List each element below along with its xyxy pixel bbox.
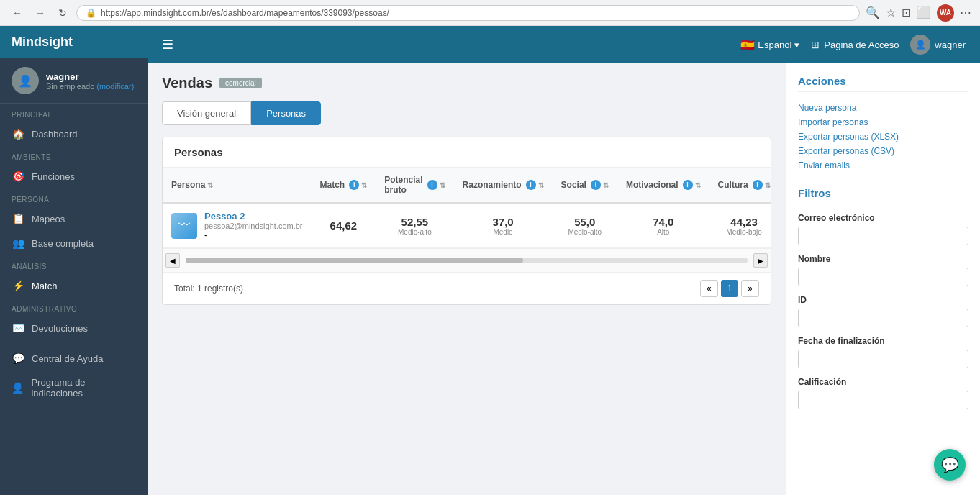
pagination-current[interactable]: 1	[721, 280, 739, 297]
table-footer: Total: 1 registro(s) « 1 »	[163, 272, 771, 304]
sidebar-item-funciones[interactable]: 🎯 Funciones	[0, 164, 148, 189]
star-icon[interactable]: ☆	[886, 6, 896, 19]
back-button[interactable]: ←	[9, 6, 26, 20]
motiv-info-icon[interactable]: i	[683, 180, 693, 190]
potencial-sort-icon: ⇅	[440, 181, 445, 189]
scroll-thumb	[186, 258, 523, 263]
modify-link[interactable]: (modificar)	[96, 82, 134, 91]
pagination-next[interactable]: »	[741, 280, 759, 297]
cultura-label: Medio-bajo	[718, 228, 771, 236]
devoluciones-icon: ✉️	[12, 322, 24, 334]
total-text: Total: 1 registro(s)	[174, 283, 243, 294]
sidebar-section-ambiente: Ambiente	[0, 146, 148, 164]
topbar-user[interactable]: 👤 wagner	[910, 35, 966, 55]
cultura-sort-icon: ⇅	[765, 181, 771, 189]
base-completa-icon: 👥	[12, 237, 24, 249]
exportar-csv-link[interactable]: Exportar personas (CSV)	[798, 144, 968, 158]
sidebar-item-mapeos[interactable]: 📋 Mapeos	[0, 206, 148, 231]
filter-input-correo[interactable]	[798, 227, 968, 245]
cultura-info-icon[interactable]: i	[753, 180, 763, 190]
browser-profile-avatar[interactable]: WA	[937, 4, 954, 22]
url-text: https://app.mindsight.com.br/es/dashboar…	[101, 8, 389, 18]
acciones-section: Acciones Nueva persona Importar personas…	[798, 75, 968, 173]
social-sort-icon: ⇅	[603, 181, 609, 189]
sidebar-item-devoluciones[interactable]: ✉️ Devoluciones	[0, 316, 148, 340]
person-name[interactable]: Pessoa 2	[204, 211, 303, 222]
social-info-icon[interactable]: i	[591, 180, 601, 190]
potencial-info-icon[interactable]: i	[427, 180, 437, 190]
sidebar-item-label: Central de Ayuda	[32, 353, 104, 364]
importar-personas-link[interactable]: Importar personas	[798, 115, 968, 130]
table-row: 〰 Pessoa 2 pessoa2@mindsight.com.br -	[163, 203, 771, 248]
zoom-icon[interactable]: 🔍	[866, 6, 880, 19]
pagination-prev[interactable]: «	[700, 280, 718, 297]
dashboard-icon: 🏠	[12, 128, 24, 140]
th-motivacional[interactable]: Motivacional i⇅	[617, 168, 709, 203]
scroll-track[interactable]	[186, 258, 748, 263]
razon-info-icon[interactable]: i	[526, 180, 536, 190]
sidebar-item-programa-indicaciones[interactable]: 👤 Programa de indicaciones	[0, 371, 148, 405]
forward-button[interactable]: →	[32, 6, 49, 20]
user-info: wagner Sin empleado (modificar)	[46, 71, 134, 91]
app-logo: Mindsight	[12, 35, 73, 50]
scroll-right-btn[interactable]: ▶	[753, 253, 768, 268]
exportar-xlsx-link[interactable]: Exportar personas (XLSX)	[798, 130, 968, 144]
page-access-btn[interactable]: ⊞ Pagina de Acceso	[811, 39, 899, 50]
page-badge: comercial	[219, 78, 262, 88]
th-potencial[interactable]: Potencialbruto i⇅	[376, 168, 453, 203]
td-potencial: 52,55 Medio-alto	[376, 203, 453, 248]
filtros-section: Filtros Correo electrónico Nombre ID Fec…	[798, 187, 968, 409]
potencial-value: 52,55	[384, 216, 445, 228]
chat-button[interactable]: 💬	[934, 449, 966, 481]
sidebar-section-analisis: Análisis	[0, 255, 148, 273]
page-header: Vendas comercial	[162, 75, 771, 91]
sidebar-item-base-completa[interactable]: 👥 Base completa	[0, 231, 148, 255]
filter-input-calificacion[interactable]	[798, 391, 968, 409]
motiv-sort-icon: ⇅	[695, 181, 701, 189]
bookmark-icon[interactable]: ⊡	[902, 6, 911, 19]
sidebar-item-match[interactable]: ⚡ Match	[0, 273, 148, 298]
td-persona: 〰 Pessoa 2 pessoa2@mindsight.com.br -	[163, 203, 312, 248]
language-selector[interactable]: 🇪🇸 Español ▾	[740, 38, 799, 52]
match-value: 64,62	[320, 219, 368, 232]
sidebar-item-label: Dashboard	[32, 129, 78, 140]
sidebar-section-persona: Persona	[0, 189, 148, 206]
refresh-button[interactable]: ↻	[55, 6, 71, 20]
hamburger-menu[interactable]: ☰	[162, 37, 173, 53]
tab-vision-general[interactable]: Visión general	[162, 101, 251, 125]
td-cultura: 44,23 Medio-bajo	[709, 203, 771, 248]
scroll-left-btn[interactable]: ◀	[165, 253, 180, 268]
sidebar-user-section: 👤 wagner Sin empleado (modificar)	[0, 58, 148, 104]
table-header-row: Persona ⇅ Match i⇅ Potencialbruto i⇅	[163, 168, 771, 203]
filter-input-id[interactable]	[798, 309, 968, 327]
td-match: 64,62	[312, 203, 376, 248]
th-razonamiento[interactable]: Razonamiento i⇅	[454, 168, 553, 203]
th-cultura[interactable]: Cultura i⇅	[709, 168, 771, 203]
enviar-emails-link[interactable]: Enviar emails	[798, 158, 968, 173]
browser-menu-icon[interactable]: ⋯	[960, 6, 971, 19]
cast-icon[interactable]: ⬜	[917, 6, 931, 19]
match-info-icon[interactable]: i	[349, 180, 359, 190]
topbar: ☰ 🇪🇸 Español ▾ ⊞ Pagina de Acceso 👤 wagn…	[148, 26, 980, 63]
lang-label: Español	[758, 40, 791, 50]
personas-table: Persona ⇅ Match i⇅ Potencialbruto i⇅	[163, 168, 771, 248]
right-panel: Acciones Nueva persona Importar personas…	[786, 63, 980, 495]
th-persona[interactable]: Persona ⇅	[163, 168, 312, 203]
browser-actions: 🔍 ☆ ⊡ ⬜ WA ⋯	[866, 4, 971, 22]
social-value: 55,0	[561, 216, 609, 228]
filter-input-fecha[interactable]	[798, 350, 968, 368]
razon-value: 37,0	[463, 216, 544, 228]
lang-caret-icon: ▾	[794, 40, 799, 50]
filter-input-nombre[interactable]	[798, 268, 968, 286]
nueva-persona-link[interactable]: Nueva persona	[798, 101, 968, 115]
url-bar[interactable]: 🔒 https://app.mindsight.com.br/es/dashbo…	[76, 5, 860, 21]
th-match[interactable]: Match i⇅	[312, 168, 376, 203]
tab-personas[interactable]: Personas	[251, 101, 321, 125]
th-social[interactable]: Social i⇅	[553, 168, 617, 203]
sidebar-item-central-ayuda[interactable]: 💬 Central de Ayuda	[0, 346, 148, 371]
browser-bar: ← → ↻ 🔒 https://app.mindsight.com.br/es/…	[0, 0, 980, 26]
social-label: Medio-alto	[561, 228, 609, 236]
cultura-value: 44,23	[718, 216, 771, 228]
acciones-title: Acciones	[798, 75, 968, 92]
sidebar-item-dashboard[interactable]: 🏠 Dashboard	[0, 122, 148, 146]
